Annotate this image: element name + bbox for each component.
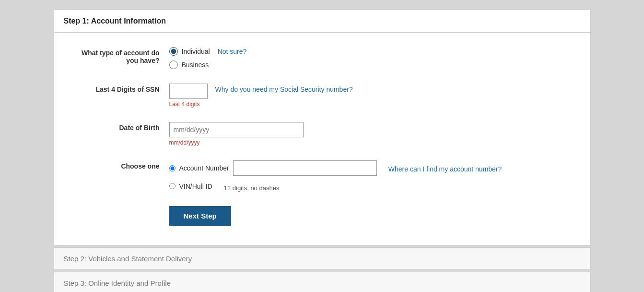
step1-title: Step 1: Account Information: [64, 17, 166, 25]
account-number-input[interactable]: [233, 160, 377, 176]
ssn-control: Last 4 digits Why do you need my Social …: [169, 84, 571, 108]
radio-business-label[interactable]: Business: [182, 61, 209, 69]
choose-one-row: Choose one Account Number Where can: [73, 160, 571, 192]
dob-row: Date of Birth mm/dd/yyyy: [73, 122, 571, 146]
dob-hint: mm/dd/yyyy: [169, 139, 571, 146]
step2-title: Step 2: Vehicles and Statement Delivery: [64, 255, 192, 263]
choose-one-options: Account Number Where can I find my accou…: [169, 160, 571, 192]
dob-label: Date of Birth: [73, 122, 169, 132]
step2-section: Step 2: Vehicles and Statement Delivery: [54, 247, 591, 270]
dob-input-block: mm/dd/yyyy: [169, 122, 571, 146]
not-sure-link[interactable]: Not sure?: [218, 48, 247, 55]
next-step-container: Next Step: [73, 206, 571, 226]
step3-header: Step 3: Online Identity and Profile: [54, 272, 590, 292]
radio-account-number[interactable]: [169, 165, 176, 171]
step3-title: Step 3: Online Identity and Profile: [64, 279, 171, 287]
radio-item-business: Business: [169, 61, 571, 69]
radio-account-number-label[interactable]: Account Number: [179, 164, 229, 172]
account-number-row: Account Number Where can I find my accou…: [169, 160, 571, 176]
choose-one-label: Choose one: [73, 160, 169, 170]
account-type-label: What type of account doyou have?: [73, 47, 169, 64]
radio-individual[interactable]: [169, 47, 178, 56]
step3-section: Step 3: Online Identity and Profile: [54, 272, 591, 292]
ssn-input-block: Last 4 digits: [169, 84, 208, 108]
step1-header: Step 1: Account Information: [54, 10, 590, 33]
choose-one-control: Account Number Where can I find my accou…: [169, 160, 571, 192]
step2-header: Step 2: Vehicles and Statement Delivery: [54, 248, 590, 269]
dob-input[interactable]: [169, 122, 304, 137]
step1-content: What type of account doyou have? Individ…: [54, 33, 590, 245]
account-type-radio-group: Individual Not sure? Business: [169, 47, 571, 69]
ssn-helper-link[interactable]: Why do you need my Social Security numbe…: [215, 84, 353, 93]
radio-vin-hull[interactable]: [169, 183, 176, 189]
step1-section: Step 1: Account Information What type of…: [54, 10, 591, 245]
radio-vin-hull-label[interactable]: VIN/Hull ID: [179, 182, 212, 190]
ssn-hint: Last 4 digits: [169, 101, 208, 108]
radio-item-individual: Individual Not sure?: [169, 47, 571, 56]
account-type-row: What type of account doyou have? Individ…: [73, 47, 571, 69]
ssn-label: Last 4 Digits of SSN: [73, 84, 169, 93]
radio-business[interactable]: [169, 61, 178, 69]
account-type-control: Individual Not sure? Business: [169, 47, 571, 69]
radio-individual-label[interactable]: Individual: [182, 48, 210, 55]
vin-hull-row: VIN/Hull ID 12 digits, no dashes: [169, 181, 571, 192]
next-step-button[interactable]: Next Step: [169, 206, 231, 226]
ssn-input-row: Last 4 digits Why do you need my Social …: [169, 84, 571, 108]
account-number-helper-link[interactable]: Where can I find my account number?: [388, 163, 502, 173]
account-number-hint: 12 digits, no dashes: [224, 182, 280, 192]
account-number-input-block: [233, 160, 377, 176]
page-wrapper: Step 1: Account Information What type of…: [54, 10, 591, 292]
ssn-row: Last 4 Digits of SSN Last 4 digits Why d…: [73, 84, 571, 108]
ssn-input[interactable]: [169, 84, 208, 99]
dob-control: mm/dd/yyyy: [169, 122, 571, 146]
